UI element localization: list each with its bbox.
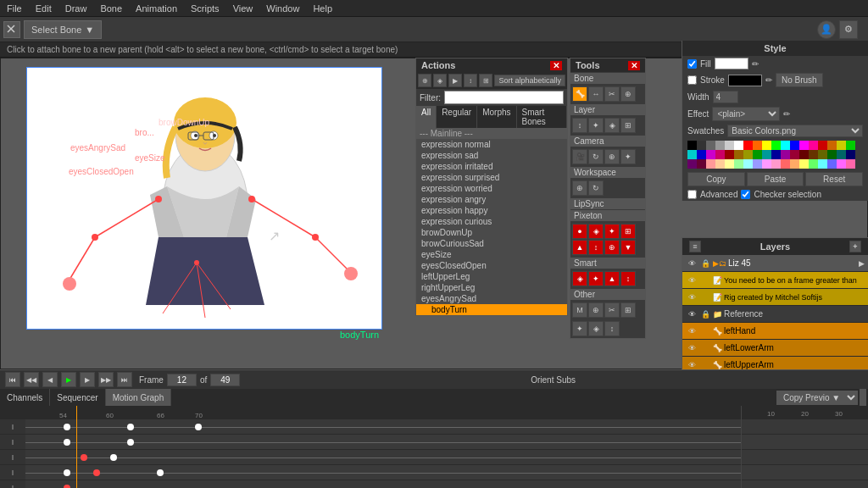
swatch-cell[interactable] — [715, 159, 725, 169]
cam-tool-3[interactable]: ⊕ — [604, 149, 620, 164]
swatch-cell[interactable] — [753, 159, 762, 169]
menu-animation[interactable]: Animation — [129, 2, 184, 15]
swatch-cell[interactable] — [781, 159, 790, 169]
menu-scripts[interactable]: Scripts — [184, 2, 226, 15]
smart-tool-3[interactable]: ▲ — [604, 271, 620, 286]
forward-button[interactable]: ▶ — [80, 372, 95, 387]
swatch-cell[interactable] — [762, 141, 771, 150]
menu-view[interactable]: View — [226, 2, 260, 15]
actions-item-12[interactable]: leftUpperLeg — [416, 271, 567, 282]
sort-alphabetically-button[interactable]: Sort alphabetically — [494, 75, 565, 86]
reset-button[interactable]: Reset — [805, 172, 863, 186]
keyframe-4c[interactable] — [157, 469, 164, 476]
bone-tool-2[interactable]: ↔ — [588, 86, 604, 102]
fill-edit-icon[interactable]: ✏ — [752, 59, 759, 69]
swatch-cell[interactable] — [846, 150, 855, 159]
total-frames-input[interactable] — [210, 374, 240, 386]
tool-icon[interactable] — [3, 21, 20, 38]
swatch-cell[interactable] — [809, 150, 818, 159]
swatch-cell[interactable] — [818, 141, 827, 150]
swatch-cell[interactable] — [837, 141, 846, 150]
cam-tool-4[interactable]: ✦ — [620, 149, 636, 164]
timeline-tab-motiongraph[interactable]: Motion Graph — [106, 389, 172, 406]
other-tool-1[interactable]: M — [572, 302, 587, 318]
swatch-cell[interactable] — [827, 141, 837, 150]
swatch-cell[interactable] — [734, 141, 743, 150]
actions-tb-btn2[interactable]: ◈ — [433, 74, 447, 87]
actions-item-4[interactable]: expression worried — [416, 183, 567, 194]
keyframe-1a[interactable] — [64, 424, 70, 430]
pix-tool-1[interactable]: ● — [572, 224, 587, 239]
layer-leftlowerarm[interactable]: 👁 🦴 leftLowerArm — [682, 340, 868, 357]
swatch-cell[interactable] — [790, 150, 799, 159]
swatch-cell[interactable] — [725, 150, 734, 159]
keyframe-1c[interactable] — [195, 424, 202, 430]
swatch-cell[interactable] — [771, 141, 781, 150]
menu-window[interactable]: Window — [259, 2, 306, 15]
step-back-button[interactable]: ◀◀ — [24, 372, 39, 387]
swatch-cell[interactable] — [790, 159, 799, 169]
keyframe-3a[interactable] — [81, 454, 87, 461]
layer-eye-icon[interactable]: 👁 — [686, 258, 698, 269]
menu-bone[interactable]: Bone — [93, 2, 129, 15]
actions-item-11[interactable]: eyesClosedOpen — [416, 260, 567, 271]
step-forward-button[interactable]: ▶▶ — [98, 372, 114, 387]
layer-eye-icon-2[interactable]: 👁 — [686, 274, 698, 286]
actions-tab-regular[interactable]: Regular — [437, 106, 477, 128]
timeline-tab-sequencer[interactable]: Sequencer — [50, 389, 105, 406]
stroke-color[interactable] — [728, 75, 762, 86]
fill-color[interactable] — [715, 58, 748, 69]
other-tool-5[interactable]: ✦ — [572, 321, 587, 336]
effect-edit-icon[interactable]: ✏ — [783, 109, 790, 119]
stroke-checkbox[interactable] — [687, 75, 697, 85]
swatches-file-select[interactable]: Basic Colors.png — [727, 125, 863, 137]
layer-expand-icon[interactable]: ▶ — [859, 259, 865, 268]
filter-input[interactable] — [444, 91, 564, 104]
actions-tab-morphs[interactable]: Morphs — [477, 106, 516, 128]
swatch-cell[interactable] — [762, 159, 771, 169]
actions-tb-btn3[interactable]: ▶ — [448, 74, 462, 87]
swatch-cell[interactable] — [706, 159, 715, 169]
swatch-cell[interactable] — [697, 150, 706, 159]
actions-item-0[interactable]: expression normal — [416, 139, 567, 150]
smart-tool-2[interactable]: ✦ — [588, 271, 604, 286]
pix-tool-7[interactable]: ⊕ — [604, 240, 620, 255]
keyframe-2a[interactable] — [64, 439, 70, 446]
swatch-cell[interactable] — [837, 150, 846, 159]
menu-draw[interactable]: Draw — [58, 2, 94, 15]
layer-lock-icon[interactable]: 🔒 — [699, 258, 711, 269]
frame-number-input[interactable] — [167, 374, 197, 386]
layers-add-icon[interactable]: + — [849, 241, 861, 252]
keyframe-2b[interactable] — [127, 439, 134, 446]
swatch-cell[interactable] — [799, 159, 809, 169]
other-tool-2[interactable]: ⊕ — [588, 302, 604, 318]
pix-tool-5[interactable]: ▲ — [572, 240, 587, 255]
keyframe-4b[interactable] — [93, 469, 100, 476]
actions-close-button[interactable]: ✕ — [550, 61, 562, 70]
actions-item-10[interactable]: eyeSize — [416, 249, 567, 260]
pix-tool-4[interactable]: ⊞ — [620, 224, 636, 239]
swatch-cell[interactable] — [771, 150, 781, 159]
layer-eye-icon-6[interactable]: 👁 — [686, 342, 698, 354]
swatch-cell[interactable] — [725, 159, 734, 169]
layer-lefthand[interactable]: 👁 🦴 leftHand — [682, 323, 868, 340]
actions-tab-smartbones[interactable]: Smart Bones — [517, 106, 567, 128]
swatch-cell[interactable] — [827, 159, 837, 169]
actions-item-14[interactable]: eyesAngrySad — [416, 293, 567, 304]
swatch-cell[interactable] — [687, 150, 697, 159]
swatch-cell[interactable] — [781, 150, 790, 159]
menu-help[interactable]: Help — [306, 2, 339, 15]
swatch-cell[interactable] — [837, 159, 846, 169]
fill-checkbox[interactable] — [687, 59, 697, 69]
actions-item-2[interactable]: expression irritated — [416, 161, 567, 172]
layer-eye-icon-3[interactable]: 👁 — [686, 291, 698, 303]
smart-tool-4[interactable]: ↕ — [620, 271, 636, 286]
layer-note1[interactable]: 👁 📝 You need to be on a frame greater th… — [682, 272, 868, 289]
select-bone-button[interactable]: Select Bone ▼ — [24, 20, 102, 39]
swatch-cell[interactable] — [706, 141, 715, 150]
back-button[interactable]: ◀ — [42, 372, 58, 387]
swatch-cell[interactable] — [743, 141, 753, 150]
width-input[interactable] — [713, 91, 738, 103]
layer-liz45[interactable]: 👁 🔒 ▶🗂 Liz 45 ▶ — [682, 255, 868, 272]
actions-tb-btn1[interactable]: ⊕ — [418, 74, 431, 87]
